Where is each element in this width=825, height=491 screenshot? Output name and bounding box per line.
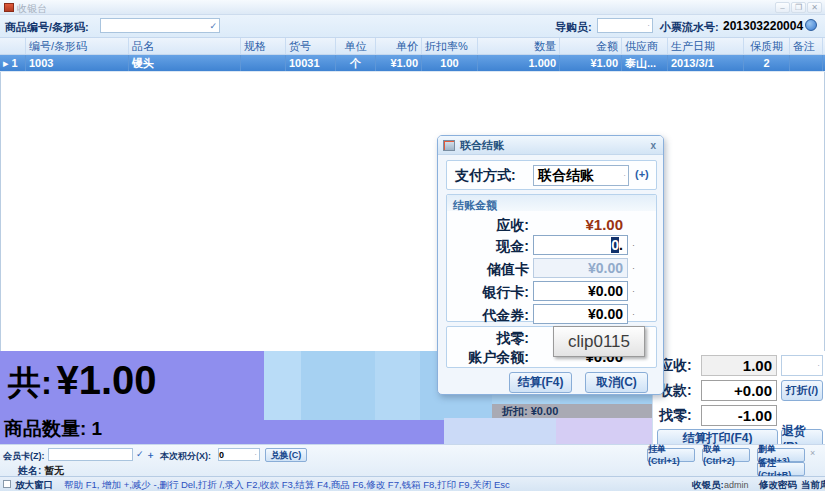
col-header-art[interactable]: 货号	[286, 38, 336, 54]
app-icon	[4, 3, 14, 12]
cell-shelf[interactable]: 2	[744, 55, 790, 71]
dialog-close-icon[interactable]: x	[650, 140, 656, 151]
combo-check-icon[interactable]: ✓	[209, 21, 219, 31]
lavender-strip	[556, 418, 652, 444]
row-number: 1	[12, 57, 18, 69]
col-header-price[interactable]: 单价	[376, 38, 422, 54]
discount-value: ¥0.00	[531, 405, 559, 417]
table-row[interactable]: ▸ 1 1003 镘头 10031 个 ¥1.00 100 1.000 ¥1.0…	[0, 55, 825, 72]
cell-supplier[interactable]: 泰山...	[622, 55, 668, 71]
cash-selected-text: 0	[611, 237, 619, 253]
payment-panel: 应收: 1.00 · 收款: +0.00 打折(/) 找零: -1.00 结算打…	[652, 351, 825, 448]
due-value: ¥1.00	[533, 216, 623, 233]
cell-code[interactable]: 1003	[26, 55, 129, 71]
hold-order-button[interactable]: 挂单(Ctrl+1)	[647, 448, 695, 462]
voucher-input[interactable]: ¥0.00	[533, 304, 628, 324]
restore-button-icon[interactable]: ❐	[791, 2, 806, 13]
stored-dropdown-icon: ·	[632, 263, 635, 273]
bank-dropdown-icon[interactable]: ·	[632, 286, 635, 296]
member-label: 会员卡(Z):	[3, 450, 45, 463]
voucher-dropdown-icon[interactable]: ·	[632, 309, 635, 319]
cell-spec[interactable]	[241, 55, 286, 71]
points-input[interactable]: 0 ·	[218, 448, 260, 461]
points-dropdown-icon[interactable]: ·	[254, 450, 259, 459]
col-header-date[interactable]: 生产日期	[668, 38, 744, 54]
bank-card-input[interactable]: ¥0.00	[533, 281, 628, 301]
stored-card-input: ¥0.00	[533, 258, 628, 278]
grand-total-value: ¥1.00	[56, 358, 156, 402]
cell-unit[interactable]: 个	[336, 55, 376, 71]
cash-input[interactable]: 0.	[533, 235, 628, 255]
dialog-icon	[443, 140, 455, 151]
panel-due-field: 1.00	[701, 355, 777, 376]
change-label: 找零:	[447, 330, 529, 348]
cash-dropdown-icon[interactable]: ·	[632, 240, 635, 250]
cell-amount[interactable]: ¥1.00	[560, 55, 622, 71]
close-button-icon[interactable]: ✕	[807, 2, 822, 13]
guide-label: 导购员:	[555, 20, 592, 35]
col-header-qty[interactable]: 数量	[478, 38, 560, 54]
window-title: 收银台	[17, 2, 47, 16]
member-check-icon[interactable]: ✓	[136, 449, 144, 459]
pay-method-box: 支付方式: 联合结账 · (+)	[446, 160, 657, 190]
retrieve-order-button[interactable]: 取单(Ctrl+2)	[702, 448, 750, 462]
item-count: 商品数量: 1	[4, 416, 102, 442]
exchange-button[interactable]: 兑换(C)	[265, 448, 307, 462]
cash-label: 现金:	[447, 238, 529, 256]
add-pay-method-button[interactable]: (+)	[635, 168, 649, 180]
receipt-flow-icon[interactable]	[805, 19, 817, 31]
panel-received-field[interactable]: +0.00	[701, 380, 777, 401]
member-card-input[interactable]	[48, 448, 133, 461]
col-header-remark[interactable]: 备注	[790, 38, 823, 54]
cell-price[interactable]: ¥1.00	[376, 55, 422, 71]
pay-method-dropdown-icon[interactable]: ·	[623, 171, 628, 180]
cell-name[interactable]: 镘头	[129, 55, 241, 71]
discount-label: 折扣:	[502, 405, 528, 417]
col-header-supplier[interactable]: 供应商	[622, 38, 668, 54]
cell-remark[interactable]	[790, 55, 823, 71]
col-header-indicator	[0, 38, 26, 54]
cancel-button[interactable]: 取消(C)	[585, 372, 648, 393]
balance-label: 账户余额:	[447, 349, 529, 367]
minimize-button-icon[interactable]: –	[775, 2, 790, 13]
cell-rate[interactable]: 100	[422, 55, 478, 71]
col-header-shelf[interactable]: 保质期	[744, 38, 790, 54]
discount-button[interactable]: 打折(/)	[781, 380, 823, 401]
panel-combo[interactable]: ·	[781, 355, 823, 376]
zoom-window-checkbox[interactable]	[3, 480, 11, 488]
barcode-input[interactable]: ✓	[100, 18, 220, 33]
col-header-code[interactable]: 编号/条形码	[26, 38, 129, 54]
col-header-name[interactable]: 品名	[129, 38, 241, 54]
cashier-name: admin	[724, 480, 749, 490]
dialog-title-bar[interactable]: 联合结账 x	[438, 136, 663, 155]
cell-art[interactable]: 10031	[286, 55, 336, 71]
cell-qty[interactable]: 1.000	[478, 55, 560, 71]
pay-method-select[interactable]: 联合结账 ·	[533, 165, 629, 186]
change-password-link[interactable]: 修改密码	[759, 479, 797, 491]
receipt-label: 小票流水号:	[660, 20, 719, 35]
panel-change-field: -1.00	[701, 405, 777, 426]
pay-method-label: 支付方式:	[455, 167, 516, 185]
col-header-spec[interactable]: 规格	[241, 38, 286, 54]
col-header-rate[interactable]: 折扣率%	[422, 38, 478, 54]
col-header-amount[interactable]: 金额	[560, 38, 622, 54]
bar-close-icon[interactable]: ×	[810, 448, 815, 458]
combo-dropdown-icon[interactable]: ·	[647, 21, 652, 30]
amounts-group-title: 结账金额	[453, 199, 497, 211]
cell-date[interactable]: 2013/3/1	[668, 55, 744, 71]
row-arrow-icon: ▸	[3, 57, 9, 69]
guide-input[interactable]: ·	[597, 18, 653, 33]
hotkey-help-text: 帮助 F1, 增加 +,减少 -,删行 Del,打折 /,录入 F2,收款 F3…	[64, 479, 510, 491]
barcode-label: 商品编号/条形码:	[5, 20, 89, 35]
member-add-icon[interactable]: ＋	[146, 449, 155, 462]
status-bar: 放大窗口 帮助 F1, 增加 +,减少 -,删行 Del,打折 /,录入 F2,…	[0, 476, 825, 491]
discount-strip: 折扣: ¥0.00	[492, 404, 652, 418]
table-header-row: 编号/条形码 品名 规格 货号 单位 单价 折扣率% 数量 金额 供应商 生产日…	[0, 37, 825, 55]
settle-button[interactable]: 结算(F4)	[509, 372, 572, 393]
panel-combo-dot-icon[interactable]: ·	[817, 361, 822, 370]
note-button[interactable]: 备注(Ctrl+B)	[757, 462, 805, 476]
col-header-unit[interactable]: 单位	[336, 38, 376, 54]
tooltip: clip0115	[553, 326, 645, 357]
dialog-title: 联合结账	[460, 138, 504, 153]
receipt-number: 201303220004	[723, 19, 803, 33]
